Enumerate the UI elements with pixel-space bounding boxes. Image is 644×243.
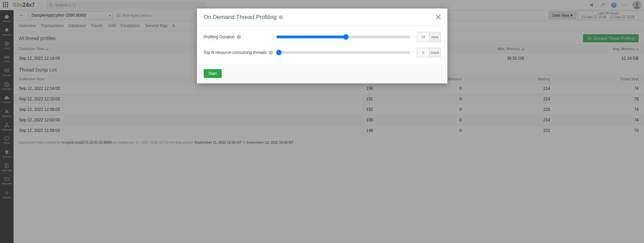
modal-title: On Demand Thread Profiling (204, 14, 277, 21)
duration-input[interactable] (417, 32, 430, 42)
topn-row: Top N resource-consuming threadsi count (204, 48, 441, 57)
topn-label: Top N resource-consuming threadsi (204, 50, 276, 55)
start-button[interactable]: Start (204, 69, 222, 78)
info-icon[interactable]: i (237, 35, 241, 39)
duration-slider[interactable] (276, 36, 410, 38)
info-icon[interactable]: i (269, 50, 273, 55)
modal-footer: Start (197, 65, 447, 83)
profiling-modal: On Demand Thread Profiling i Profiling D… (197, 8, 447, 83)
topn-slider[interactable] (276, 51, 410, 54)
duration-row: Profiling Durationi mins (204, 32, 441, 42)
topn-unit: count (430, 48, 441, 57)
slider-thumb[interactable] (343, 34, 349, 40)
close-icon (436, 15, 441, 19)
topn-value-group: count (417, 48, 441, 57)
topn-input[interactable] (417, 48, 430, 57)
slider-thumb[interactable] (276, 50, 282, 55)
duration-label: Profiling Durationi (204, 35, 276, 39)
duration-unit: mins (430, 32, 441, 42)
duration-value-group: mins (417, 32, 441, 42)
modal-overlay[interactable]: On Demand Thread Profiling i Profiling D… (0, 0, 644, 243)
modal-body: Profiling Durationi mins Top N resource-… (197, 26, 447, 65)
close-button[interactable] (436, 13, 441, 21)
info-icon[interactable]: i (279, 15, 283, 19)
modal-header: On Demand Thread Profiling i (197, 8, 447, 26)
